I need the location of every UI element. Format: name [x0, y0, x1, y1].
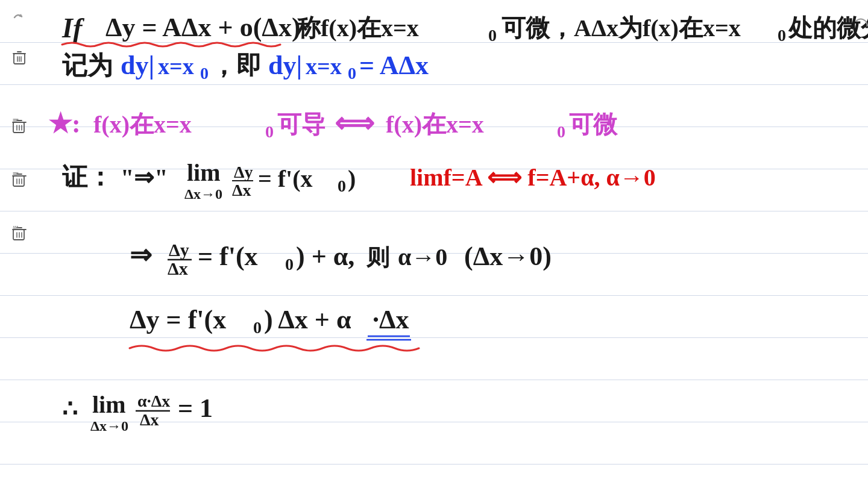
svg-text:lim: lim — [92, 391, 126, 418]
svg-text:⟺: ⟺ — [335, 108, 374, 139]
page: If Δy = AΔx + o(Δx) 称f(x)在x=x 0 可微，AΔx为f… — [0, 0, 868, 488]
svg-text:∴: ∴ — [62, 395, 77, 422]
svg-text:"⇒": "⇒" — [121, 164, 168, 191]
svg-text:Δy = f'(x: Δy = f'(x — [130, 305, 226, 334]
svg-text:Δy: Δy — [169, 240, 189, 260]
svg-text:Δx: Δx — [168, 258, 188, 278]
forward-arrow-button[interactable] — [9, 9, 26, 26]
svg-text:⇒: ⇒ — [130, 240, 152, 270]
svg-text:可微: 可微 — [569, 111, 618, 138]
svg-text:= AΔx: = AΔx — [359, 51, 429, 80]
svg-text:limf=A ⟺ f=A+α, α→0: limf=A ⟺ f=A+α, α→0 — [410, 164, 656, 191]
svg-text:Δx: Δx — [232, 181, 251, 199]
svg-text:0: 0 — [488, 26, 497, 45]
svg-text:= f'(x: = f'(x — [198, 242, 258, 271]
svg-text:0: 0 — [338, 177, 346, 195]
svg-text:称f(x)在x=x: 称f(x)在x=x — [296, 14, 419, 42]
svg-text:处的微分: 处的微分 — [788, 14, 868, 42]
svg-text:0: 0 — [285, 255, 294, 274]
svg-text:dy|: dy| — [121, 51, 154, 80]
svg-text:Δx: Δx — [140, 410, 159, 429]
svg-text:= 1: = 1 — [178, 393, 213, 423]
svg-text:= f'(x: = f'(x — [258, 165, 313, 192]
svg-text:★:: ★: — [48, 109, 81, 139]
svg-text:f(x)在x=x: f(x)在x=x — [93, 111, 192, 138]
svg-text:0: 0 — [200, 64, 209, 83]
svg-text:α→0: α→0 — [398, 243, 447, 271]
svg-text:) + α,: ) + α, — [296, 242, 354, 271]
svg-text:可微，AΔx为f(x)在x=x: 可微，AΔx为f(x)在x=x — [502, 14, 741, 42]
svg-text:x=x: x=x — [158, 54, 194, 79]
svg-text:f(x)在x=x: f(x)在x=x — [386, 111, 484, 138]
svg-text:lim: lim — [187, 159, 221, 186]
svg-text:·Δx: ·Δx — [373, 305, 409, 334]
svg-text:dy|: dy| — [268, 51, 302, 80]
svg-text:可导: 可导 — [277, 111, 326, 138]
svg-text:x=x: x=x — [306, 54, 342, 79]
svg-text:0: 0 — [557, 122, 565, 141]
svg-text:0: 0 — [265, 122, 274, 141]
svg-text:Δy: Δy — [234, 163, 253, 181]
svg-text:，即: ，即 — [211, 52, 262, 80]
svg-text:α·Δx: α·Δx — [137, 392, 170, 410]
svg-text:0: 0 — [253, 318, 262, 337]
svg-text:) Δx + α: ) Δx + α — [264, 305, 351, 334]
svg-text:Δx→0: Δx→0 — [184, 186, 222, 202]
svg-text:0: 0 — [778, 26, 786, 45]
svg-text:Δy = AΔx + o(Δx): Δy = AΔx + o(Δx) — [105, 13, 301, 42]
svg-text:0: 0 — [348, 64, 356, 83]
svg-text:Δx→0: Δx→0 — [90, 418, 128, 434]
handwriting-content: If Δy = AΔx + o(Δx) 称f(x)在x=x 0 可微，AΔx为f… — [0, 0, 868, 488]
svg-text:If: If — [61, 13, 85, 43]
svg-text:证：: 证： — [62, 163, 113, 191]
svg-text:记为: 记为 — [62, 52, 113, 80]
svg-text:): ) — [348, 165, 356, 192]
svg-text:(Δx→0): (Δx→0) — [464, 242, 552, 271]
svg-text:则: 则 — [366, 245, 389, 270]
